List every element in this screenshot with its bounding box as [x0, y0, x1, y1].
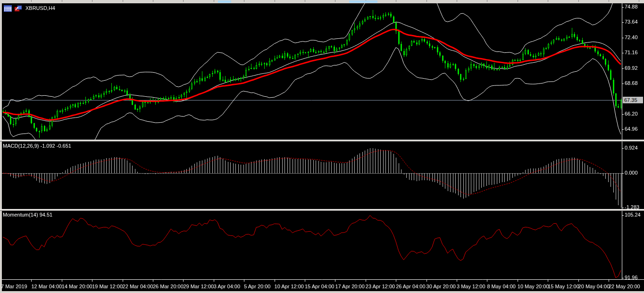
time-tick-label: 17 Apr 20:00	[335, 284, 364, 289]
time-tick-label: 22 May 20:00	[609, 284, 640, 289]
price-tick-label: 66.20	[625, 111, 638, 117]
scrollbar-tick	[123, 0, 123, 2]
scrollbar-tick	[487, 0, 487, 2]
time-tick-label: 22 Mar 04:00	[123, 284, 153, 289]
scrollbar-tick	[639, 0, 639, 2]
scrollbar-tick	[275, 0, 275, 2]
scrollbar-tick	[305, 0, 305, 2]
time-tick-label: 8 May 04:00	[487, 284, 516, 289]
price-tick-label: 72.40	[625, 34, 638, 41]
scrollbar-tick	[457, 0, 457, 2]
time-tick-label: 12 Mar 04:00	[31, 284, 62, 289]
time-tick-label: 26 Apr 04:00	[396, 284, 425, 289]
symbol-timeframe-label: XBRUSD,H4	[25, 5, 55, 11]
scrollbar-tick	[518, 0, 518, 2]
panel-separator[interactable]	[0, 209, 644, 211]
scrollbar-tick	[578, 0, 579, 2]
price-tick-label: 64.96	[625, 126, 638, 132]
time-tick-label: 14 Mar 20:00	[62, 284, 92, 289]
time-tick-label: 3 May 12:00	[457, 284, 485, 289]
time-tick-label: 15 Apr 04:00	[305, 284, 334, 289]
time-tick-label: 20 May 04:00	[578, 284, 610, 289]
scrollbar-tick	[396, 0, 396, 2]
time-tick-label: 15 May 12:00	[548, 284, 579, 289]
quotes-table-icon	[4, 5, 12, 12]
scrollbar-tick	[153, 0, 153, 2]
time-tick-label: 5 Apr 20:00	[244, 284, 270, 289]
momentum-tick-label: 105.24	[625, 212, 641, 218]
time-tick-label: 26 Mar 20:00	[153, 284, 184, 289]
price-axis[interactable]: 74.8873.6472.4071.1669.9268.6866.2064.96…	[622, 3, 644, 279]
horizontal-scrollbar[interactable]	[0, 0, 644, 3]
price-tick-label: 74.88	[625, 4, 638, 10]
scrollbar-tick	[335, 0, 335, 2]
scrollbar-tick	[244, 0, 244, 2]
time-tick-label: 7 Mar 2019	[1, 284, 27, 289]
macd-tick-label: -1.283	[625, 204, 639, 210]
price-tick-label: 73.64	[625, 19, 638, 25]
window-left-border	[0, 0, 2, 293]
time-tick-label: 30 Apr 20:00	[427, 284, 456, 289]
price-tick-label: 68.68	[625, 80, 638, 86]
time-axis[interactable]: 7 Mar 201912 Mar 04:0014 Mar 20:0019 Mar…	[0, 279, 644, 291]
price-tick-label: 71.16	[625, 50, 638, 56]
macd-tick-label: 0.000	[625, 170, 638, 176]
price-tick-label: 69.92	[625, 65, 638, 71]
scrollbar-tick	[183, 0, 184, 2]
scrollbar-tick	[214, 0, 214, 2]
window-bottom-border	[0, 291, 644, 293]
time-tick-label: 19 Mar 12:00	[92, 284, 123, 289]
time-tick-label: 3 Apr 04:00	[214, 284, 240, 289]
panel-separator[interactable]	[0, 140, 644, 142]
scrollbar-tick	[31, 0, 32, 2]
tile-windows-icon	[14, 5, 22, 12]
chart-window: XBRUSD,H4 MACD(12,26,9) -1.092 -0.651 Mo…	[0, 0, 644, 293]
time-tick-label: 23 Apr 12:00	[366, 284, 395, 289]
time-tick-label: 29 Mar 12:00	[183, 284, 214, 289]
time-tick-label: 10 May 20:00	[518, 284, 549, 289]
scrollbar-tick	[62, 0, 62, 2]
scrollbar-tick	[609, 0, 609, 2]
scrollbar-tick	[548, 0, 548, 2]
chart-canvas[interactable]	[0, 0, 644, 293]
scrollbar-highlight-segment	[218, 0, 231, 3]
momentum-indicator-label: Momentum(14) 94.51	[3, 212, 52, 218]
time-tick-label: 10 Apr 12:00	[275, 284, 304, 289]
macd-tick-label: 0.924	[625, 145, 638, 151]
current-price-tag: 67.35	[623, 97, 643, 103]
macd-indicator-label: MACD(12,26,9) -1.092 -0.651	[3, 143, 71, 149]
scrollbar-highlight-segment	[349, 0, 377, 3]
scrollbar-tick	[92, 0, 92, 2]
scrollbar-tick	[427, 0, 427, 2]
